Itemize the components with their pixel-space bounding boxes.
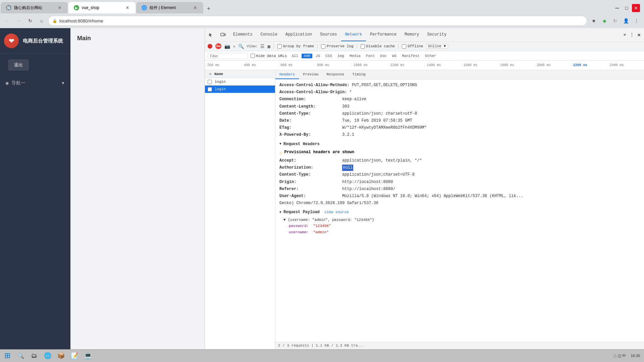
tab-favicon-2: ▶ <box>74 5 79 10</box>
taskbar-tray: △ ◫ 中 16:30 <box>610 353 643 358</box>
filter-manifest[interactable]: Manifest <box>400 54 422 58</box>
devtools-cursor-icon[interactable] <box>206 29 216 40</box>
devtools-tab-elements[interactable]: Elements <box>229 28 257 41</box>
filter-font[interactable]: Font <box>364 54 377 58</box>
taskbar-start-button[interactable]: ⊞ <box>1 350 13 362</box>
payload-password-row: password: "123456" <box>289 223 640 229</box>
devtools-tab-network[interactable]: Network <box>341 28 366 41</box>
refresh-button[interactable]: ↻ <box>25 16 35 25</box>
request-payload-title: Request Payload <box>283 209 320 216</box>
devtools-tab-application[interactable]: Application <box>281 28 316 41</box>
url-text: localhost:8080/#/home <box>59 18 103 23</box>
home-button[interactable]: ⌂ <box>37 16 46 25</box>
hide-data-urls-checkbox[interactable]: Hide data URLs <box>251 54 287 58</box>
refresh-indicator-icon[interactable]: ↻ <box>610 16 620 25</box>
window-close[interactable]: ✕ <box>632 4 640 12</box>
filter-all[interactable]: All <box>289 54 300 58</box>
timeline-2000: 2000 ms <box>534 63 571 67</box>
name-column-header: Name <box>214 72 223 76</box>
tab-close-2[interactable]: ✕ <box>125 5 130 10</box>
row-checkbox-2[interactable] <box>208 87 212 92</box>
profile-icon[interactable]: 👤 <box>621 16 631 25</box>
logout-button[interactable]: 退出 <box>8 59 29 71</box>
request-payload-toggle[interactable]: ▼ <box>279 210 281 215</box>
devtools-responsive-icon[interactable] <box>218 29 228 40</box>
filter-js[interactable]: JS <box>314 54 322 58</box>
svg-rect-1 <box>224 34 225 36</box>
req-header-origin: Origin: http://localhost:8080 <box>279 179 640 185</box>
bookmark-star-icon[interactable]: ★ <box>589 16 598 25</box>
filter-toggle-button[interactable]: ▿ <box>233 44 235 49</box>
view-screenshot-button[interactable]: ▦ <box>267 44 270 49</box>
offline-checkbox[interactable]: Offline <box>402 44 423 49</box>
timeline-400: 400 ms <box>241 63 278 67</box>
view-source-link[interactable]: view source <box>324 209 349 216</box>
sidebar-item-nav1[interactable]: ◉ 导航一 ▼ <box>0 76 70 90</box>
tab-favicon-3: ⬡ <box>142 5 147 10</box>
devtools-more-button[interactable]: » <box>621 33 629 37</box>
details-tab-timing[interactable]: Timing <box>348 70 370 79</box>
filter-input[interactable] <box>208 53 248 59</box>
new-tab-button[interactable]: + <box>204 4 213 13</box>
filter-img[interactable]: Img <box>335 54 346 58</box>
devtools-menu-icon[interactable]: ⋮ <box>629 32 635 37</box>
payload-username-row: username: "admin" <box>289 230 640 236</box>
window-minimize[interactable]: ─ <box>613 4 621 12</box>
header-acao: Access-Control-Allow-Origin: * <box>279 89 640 96</box>
header-x-powered-by: X-Powered-By: 3.2.1 <box>279 132 640 138</box>
devtools-close-icon[interactable]: ✕ <box>636 32 642 38</box>
filter-doc[interactable]: Doc <box>378 54 389 58</box>
name-panel-close[interactable]: ✕ <box>208 71 213 77</box>
online-dropdown[interactable]: Online ▼ <box>426 44 448 49</box>
clear-button[interactable]: ⛔ <box>215 43 222 50</box>
filter-xhr[interactable]: XHR <box>302 54 312 58</box>
devtools-tab-sources[interactable]: Sources <box>316 28 341 41</box>
search-button[interactable]: 🔍 <box>238 44 244 49</box>
details-tab-preview[interactable]: Preview <box>299 70 322 79</box>
filter-media[interactable]: Media <box>347 54 363 58</box>
devtools-tab-console[interactable]: Console <box>257 28 281 41</box>
timeline-1600: 1600 ms <box>461 63 498 67</box>
view-list-button[interactable]: ☰ <box>260 44 265 49</box>
browser-tab-1[interactable]: 🔄 随心购后台网站 ✕ <box>1 2 68 13</box>
network-row-login-1[interactable]: login <box>205 78 275 85</box>
taskbar-vscode-icon[interactable]: 💻 <box>82 350 94 362</box>
request-headers-toggle[interactable]: ▼ <box>279 141 281 147</box>
row-checkbox-1[interactable] <box>208 80 212 84</box>
header-content-type: Content-Type: application/json; charset=… <box>279 111 640 117</box>
filter-other[interactable]: Other <box>423 54 438 58</box>
preserve-log-checkbox[interactable]: Preserve log <box>321 44 353 49</box>
taskbar-file-explorer-icon[interactable]: 🗂 <box>28 350 40 362</box>
window-maximize[interactable]: □ <box>623 4 631 12</box>
more-options-icon[interactable]: ⋮ <box>632 16 641 25</box>
browser-tab-2[interactable]: ▶ vue_shop ✕ <box>68 2 136 13</box>
devtools-tab-memory[interactable]: Memory <box>400 28 423 41</box>
req-header-referer: Referer: http://localhost:8080/ <box>279 186 640 192</box>
taskbar-notepad-icon[interactable]: 📝 <box>68 350 80 362</box>
taskbar-chrome-icon[interactable]: 🌐 <box>42 350 54 362</box>
devtools-tab-security[interactable]: Security <box>423 28 451 41</box>
record-button[interactable] <box>208 44 212 49</box>
timeline-2400: 2400 ms <box>607 63 644 67</box>
tab-close-1[interactable]: ✕ <box>57 5 62 10</box>
filter-css[interactable]: CSS <box>323 54 334 58</box>
taskbar-search-icon[interactable]: 🔍 <box>15 350 27 362</box>
back-button[interactable]: ← <box>3 16 12 25</box>
tab-close-3[interactable]: ✕ <box>193 5 198 10</box>
address-bar[interactable]: 🔒 localhost:8080/#/home <box>48 16 587 26</box>
browser-tab-3[interactable]: ⬡ 组件 | Element ✕ <box>136 2 203 13</box>
devtools-tab-performance[interactable]: Performance <box>366 28 400 41</box>
req-header-user-agent-cont: Gecko) Chrome/72.0.3626.109 Safari/537.3… <box>279 200 640 206</box>
req-header-user-agent: User-Agent: Mozilla/5.0 (Windows NT 10.0… <box>279 193 640 199</box>
details-tab-response[interactable]: Response <box>322 70 348 79</box>
capture-screenshot-button[interactable]: 📷 <box>224 44 230 49</box>
details-tab-headers[interactable]: Headers <box>275 70 299 79</box>
filter-ws[interactable]: WS <box>390 54 398 58</box>
forward-button[interactable]: → <box>14 16 23 25</box>
vue-extension-icon[interactable]: ◆ <box>600 16 609 25</box>
payload-root-toggle[interactable]: ▼ <box>283 218 286 222</box>
disable-cache-checkbox[interactable]: Disable cache <box>361 44 395 49</box>
taskbar-package-icon[interactable]: 📦 <box>55 350 67 362</box>
network-row-login-2[interactable]: login <box>205 85 275 93</box>
group-by-frame-checkbox[interactable]: Group by frame <box>277 44 314 49</box>
